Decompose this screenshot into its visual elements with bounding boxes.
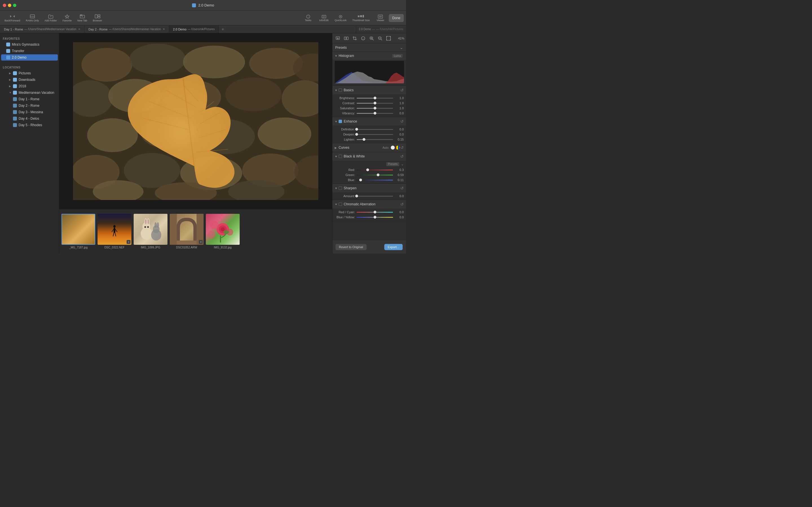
chromatic-header[interactable]: ▼ Chromatic Aberration ↺ [333, 200, 406, 209]
thumbnail-image [61, 214, 95, 245]
bw-presets-dropdown[interactable]: Presets [386, 162, 399, 166]
main-image-view[interactable] [59, 33, 332, 209]
sidebar-item-transfer[interactable]: Transfer [1, 48, 58, 54]
lighten-slider[interactable] [357, 139, 393, 140]
raw-badge: ✦ [126, 240, 131, 244]
fullscreen-button[interactable] [13, 4, 16, 7]
black-white-reset-icon[interactable]: ↺ [400, 154, 404, 159]
chevron-right-icon: ▶ [9, 85, 12, 88]
basics-checkbox[interactable] [339, 89, 342, 92]
black-white-checkbox[interactable] [339, 155, 342, 158]
export-icon-button[interactable] [334, 35, 342, 42]
svg-point-54 [113, 225, 116, 228]
vibrancy-slider[interactable] [357, 113, 393, 114]
thumbnail-size-button[interactable]: Thumbnail Size [350, 13, 372, 23]
red-cyan-slider[interactable] [357, 212, 393, 213]
thumbnail-dsc0322[interactable]: ✦ DSC_0322.NEF [98, 214, 132, 249]
raws-only-button[interactable]: RAW RAWs Only [24, 13, 41, 23]
black-white-header[interactable]: ▼ Black & White ↺ [333, 152, 406, 161]
folder-icon [13, 123, 17, 127]
thumbnail-mg7187[interactable]: _MG_7187.jpg [61, 214, 95, 249]
thumbnail-img1099[interactable]: IMG_1099.JPG [134, 214, 167, 249]
sidebar-item-day4-delos[interactable]: Day 4 - Delos [1, 115, 58, 122]
tab-2-0-demo[interactable]: 2.0 Demo — /Users/nik/Pictures [169, 25, 219, 33]
sidebar-item-day5-rhodes[interactable]: Day 5 - Rhodes [1, 122, 58, 128]
new-tab-button[interactable]: + New Tab [75, 13, 89, 23]
revert-button[interactable]: Revert to Original [336, 244, 366, 250]
export-button[interactable]: Export... [384, 244, 403, 250]
sidebar-item-2018[interactable]: ▶ 2018 [1, 83, 58, 89]
curves-reset-icon[interactable]: ↺ [400, 145, 404, 150]
thumbnail-image [170, 214, 204, 245]
definition-slider[interactable] [357, 129, 393, 130]
tab-close-icon[interactable]: ✕ [163, 27, 165, 31]
back-forward-button[interactable]: Back/Forward [2, 13, 22, 23]
sidebar-item-day2-rome[interactable]: Day 2 - Rome [1, 103, 58, 109]
enhance-header[interactable]: ▼ Enhance ↺ [333, 117, 406, 126]
minimize-button[interactable] [8, 4, 11, 7]
enhance-checkbox[interactable] [339, 120, 342, 123]
chromatic-reset-icon[interactable]: ↺ [400, 202, 404, 207]
enhance-reset-icon[interactable]: ↺ [400, 119, 404, 124]
thumbnail-dsc01052[interactable]: ✦ DSC01052.ARW [170, 214, 204, 249]
saturation-slider[interactable] [357, 108, 393, 109]
chromatic-checkbox[interactable] [339, 203, 342, 206]
panel-footer: Revert to Original Export... [332, 240, 406, 253]
svg-point-64 [145, 219, 147, 224]
zoom-out-button[interactable] [376, 35, 384, 42]
sidebar-item-day1-rome[interactable]: Day 1 - Rome [1, 96, 58, 102]
contrast-slider[interactable] [357, 103, 393, 104]
curves-color-icon[interactable] [396, 146, 400, 150]
main-layout: FAVORITES Mira's Gymnastics Transfer 2.0… [0, 33, 406, 253]
sidebar-item-downloads[interactable]: ▶ Downloads [1, 76, 58, 83]
zoom-in-button[interactable] [368, 35, 375, 42]
new-tab-icon[interactable]: + [219, 25, 227, 33]
done-button[interactable]: Done [389, 14, 404, 22]
browser-button[interactable]: Browser [91, 13, 104, 23]
sharpen-header[interactable]: ▼ Sharpen ↺ [333, 184, 406, 192]
svg-text:i: i [308, 15, 308, 18]
sharpen-amount-slider[interactable] [357, 196, 393, 196]
svg-rect-21 [379, 16, 382, 17]
info-edit-button[interactable]: Info/Edit [317, 13, 331, 23]
add-folder-button[interactable]: + Add Folder [42, 13, 59, 23]
deepen-slider[interactable] [357, 134, 393, 135]
histogram-mode-dropdown[interactable]: Luma [392, 54, 403, 58]
bw-red-slider[interactable] [357, 170, 393, 170]
tab-close-icon[interactable]: ✕ [78, 27, 80, 31]
brightness-slider[interactable] [357, 98, 393, 99]
tab-day1-rome[interactable]: Day 1 - Rome — /Users/Shared/Mediterrane… [0, 25, 85, 33]
tasks-button[interactable]: i Tasks [301, 13, 315, 23]
basics-header[interactable]: ▼ Basics ↺ [333, 86, 406, 94]
basics-reset-icon[interactable]: ↺ [400, 88, 404, 93]
folder-icon [6, 49, 10, 53]
sidebar-item-day3-messina[interactable]: Day 3 - Messina [1, 109, 58, 115]
sidebar-item-2-0-demo[interactable]: 2.0 Demo [1, 54, 58, 61]
sidebar-item-mediterranean[interactable]: ▼ Mediterranean Vacation [1, 90, 58, 96]
bw-blue-slider[interactable] [357, 180, 393, 180]
compare-icon-button[interactable] [343, 35, 350, 42]
blue-yellow-slider[interactable] [357, 217, 393, 218]
presets-bar[interactable]: Presets ⌄ [333, 43, 406, 52]
favorite-button[interactable]: Favorite [60, 13, 74, 23]
histogram-chevron-icon: ▼ [335, 54, 338, 57]
histogram-header[interactable]: ▼ Histogram Luma [333, 52, 406, 60]
quicklook-button[interactable]: QuickLook [333, 13, 349, 23]
curves-header[interactable]: ▶ Curves Auto: ↺ [333, 144, 406, 152]
svg-point-33 [87, 118, 138, 152]
bw-green-slider[interactable] [357, 175, 393, 175]
viewer-button[interactable]: Viewer [373, 13, 388, 23]
tab-day2-rome[interactable]: Day 2 - Rome — /Users/Shared/Mediterrane… [85, 25, 169, 33]
thumbnail-img9132[interactable]: IMG_9132.jpg [206, 214, 240, 249]
sidebar-item-pictures[interactable]: ▶ Pictures [1, 70, 58, 76]
folder-icon [13, 84, 17, 88]
info-icon-button[interactable]: i [359, 35, 367, 42]
close-button[interactable] [3, 4, 6, 7]
sharpen-checkbox[interactable] [339, 186, 342, 190]
sharpen-reset-icon[interactable]: ↺ [400, 186, 404, 190]
fit-icon-button[interactable] [385, 35, 392, 42]
svg-point-70 [154, 222, 157, 228]
curves-white-point-icon[interactable] [391, 146, 395, 150]
sidebar-item-miras-gymnastics[interactable]: Mira's Gymnastics [1, 41, 58, 48]
crop-icon-button[interactable] [351, 35, 358, 42]
